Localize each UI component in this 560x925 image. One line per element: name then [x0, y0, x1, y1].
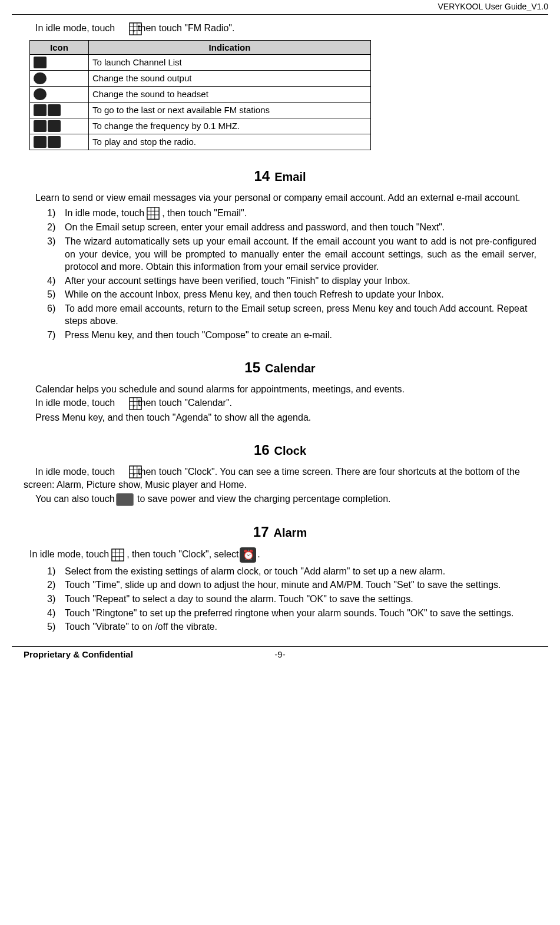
- list-item: 2)Touch "Time", slide up and down to adj…: [47, 579, 536, 592]
- item-text: Touch "Repeat" to select a day to sound …: [65, 594, 413, 604]
- clock-line2: You can also touch to save power and vie…: [24, 493, 536, 506]
- item-text: Touch "Ringtone" to set up the preferred…: [65, 608, 513, 618]
- apps-grid-icon: [110, 549, 125, 561]
- section-heading-email: 14Email: [24, 168, 536, 184]
- fm-intro-after: , then touch "FM Radio".: [132, 23, 234, 33]
- item-number: 3): [47, 235, 55, 248]
- email-intro: Learn to send or view email messages via…: [24, 191, 536, 204]
- alarm-intro: In idle mode, touch, then touch "Clock",…: [29, 547, 536, 563]
- item-text: The wizard automatically sets up your em…: [65, 236, 536, 272]
- calendar-line2-before: In idle mode, touch: [35, 398, 115, 408]
- item-text-after: , then touch "Email".: [162, 208, 247, 218]
- item-number: 5): [47, 288, 55, 301]
- table-cell: To change the frequency by 0.1 MHZ.: [89, 118, 371, 134]
- speaker-icon: [34, 72, 47, 84]
- list-item: 2)On the Email setup screen, enter your …: [47, 221, 536, 234]
- item-number: 4): [47, 275, 55, 288]
- fm-icon-table: Icon Indication To launch Channel List C…: [29, 40, 371, 150]
- footer-page-number: -9-: [274, 649, 285, 659]
- apps-grid-icon: [116, 397, 131, 410]
- clock-line1-before: In idle mode, touch: [35, 467, 115, 477]
- calendar-line3: Press Menu key, and then touch "Agenda" …: [24, 411, 536, 424]
- list-item: 3)The wizard automatically sets up your …: [47, 235, 536, 273]
- item-number: 1): [47, 207, 55, 220]
- apps-grid-icon: [145, 207, 161, 220]
- footer-left: Proprietary & Confidential: [24, 649, 133, 659]
- table-row: To change the frequency by 0.1 MHZ.: [30, 118, 371, 134]
- item-number: 2): [47, 221, 55, 234]
- table-row: To play and stop the radio.: [30, 134, 371, 150]
- page-header-right: VERYKOOL User Guide_V1.0: [12, 0, 548, 13]
- next-station-icon: [48, 104, 61, 116]
- item-text: To add more email accounts, return to th…: [65, 303, 527, 326]
- list-item: 4)After your account settings have been …: [47, 275, 536, 288]
- item-number: 1): [47, 565, 55, 578]
- page-footer: Proprietary & Confidential -9-: [12, 646, 548, 662]
- section-number: 14: [254, 168, 270, 184]
- alarm-clock-icon: [240, 547, 256, 563]
- list-item: 6)To add more email accounts, return to …: [47, 302, 536, 328]
- alarm-intro-before: In idle mode, touch: [29, 549, 109, 559]
- item-text: Select from the existing settings of ala…: [65, 566, 445, 576]
- item-text: Touch "Vibrate" to on /off the vibrate.: [65, 622, 217, 632]
- item-text: Press Menu key, and then touch "Compose"…: [65, 330, 332, 340]
- item-number: 2): [47, 579, 55, 592]
- list-item: 1)In idle mode, touch, then touch "Email…: [47, 207, 536, 220]
- fm-intro: In idle mode, touch, then touch "FM Radi…: [24, 22, 536, 35]
- item-number: 7): [47, 329, 55, 342]
- list-item: 4)Touch "Ringtone" to set up the preferr…: [47, 607, 536, 620]
- list-item: 7)Press Menu key, and then touch "Compos…: [47, 329, 536, 342]
- alarm-intro-after: .: [257, 549, 260, 559]
- alarm-intro-mid: , then touch "Clock", select: [127, 549, 238, 559]
- calendar-line2-after: , then touch "Calendar".: [132, 398, 232, 408]
- item-text-before: In idle mode, touch: [65, 208, 144, 218]
- table-row: Change the sound to headset: [30, 86, 371, 102]
- list-item: 1)Select from the existing settings of a…: [47, 565, 536, 578]
- section-heading-calendar: 15Calendar: [24, 359, 536, 376]
- table-row: To launch Channel List: [30, 54, 371, 70]
- table-cell: Change the sound to headset: [89, 86, 371, 102]
- clock-line2-after: to save power and view the charging perc…: [135, 494, 391, 504]
- table-header-icon: Icon: [30, 40, 89, 54]
- section-number: 17: [253, 524, 269, 540]
- item-text: On the Email setup screen, enter your em…: [65, 222, 445, 232]
- table-cell: To launch Channel List: [89, 54, 371, 70]
- list-item: 5)While on the account Inbox, press Menu…: [47, 288, 536, 301]
- fm-intro-before: In idle mode, touch: [35, 23, 115, 33]
- list-item: 5)Touch "Vibrate" to on /off the vibrate…: [47, 620, 536, 633]
- item-number: 6): [47, 302, 55, 315]
- prev-station-icon: [34, 104, 47, 116]
- item-text: While on the account Inbox, press Menu k…: [65, 289, 444, 299]
- calendar-line1: Calendar helps you schedule and sound al…: [24, 383, 536, 396]
- section-title-text: Clock: [274, 444, 306, 457]
- table-row: To go to the last or next available FM s…: [30, 102, 371, 118]
- item-number: 3): [47, 593, 55, 606]
- clock-line1: In idle mode, touch, then touch "Clock".…: [24, 465, 536, 491]
- play-icon: [34, 136, 47, 148]
- table-cell: To play and stop the radio.: [89, 134, 371, 150]
- section-number: 15: [244, 359, 260, 375]
- item-text: Touch "Time", slide up and down to adjus…: [65, 580, 501, 590]
- apps-grid-icon: [116, 465, 131, 478]
- email-steps: 1)In idle mode, touch, then touch "Email…: [47, 207, 536, 342]
- section-heading-alarm: 17Alarm: [24, 524, 536, 540]
- section-title-text: Email: [274, 170, 306, 183]
- item-text: After your account settings have been ve…: [65, 276, 410, 286]
- section-heading-clock: 16Clock: [24, 442, 536, 458]
- section-number: 16: [254, 442, 270, 458]
- table-row: Change the sound output: [30, 70, 371, 86]
- table-header-indication: Indication: [89, 40, 371, 54]
- clock-line2-before: You can also touch: [35, 494, 115, 504]
- freq-up-icon: [48, 120, 61, 132]
- dimmer-icon: [116, 493, 134, 506]
- section-title-text: Calendar: [265, 362, 316, 375]
- list-icon: [34, 57, 47, 68]
- table-cell: Change the sound output: [89, 70, 371, 86]
- item-number: 5): [47, 620, 55, 633]
- item-number: 4): [47, 607, 55, 620]
- stop-icon: [48, 136, 61, 148]
- section-title-text: Alarm: [274, 526, 307, 539]
- alarm-steps: 1)Select from the existing settings of a…: [47, 565, 536, 633]
- list-item: 3)Touch "Repeat" to select a day to soun…: [47, 593, 536, 606]
- calendar-line2: In idle mode, touch, then touch "Calenda…: [24, 397, 536, 410]
